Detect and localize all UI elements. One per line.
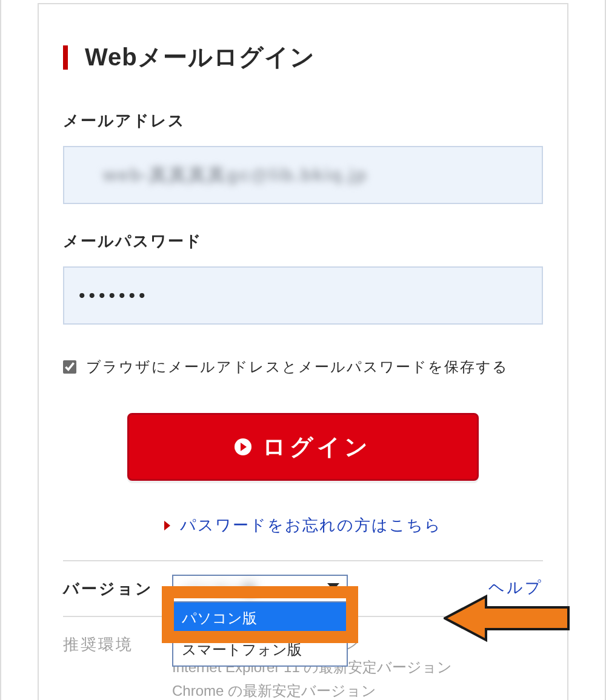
forgot-password-link[interactable]: パスワードをお忘れの方はこちら <box>180 516 442 534</box>
save-credentials-checkbox[interactable] <box>63 360 76 374</box>
version-dropdown: パソコン版 スマートフォン版 <box>172 603 348 667</box>
version-select-value: パソコン版 <box>182 579 257 599</box>
save-credentials-label: ブラウザにメールアドレスとメールパスワードを保存する <box>86 357 508 377</box>
password-field[interactable] <box>63 266 543 325</box>
chevron-down-icon <box>327 583 339 590</box>
email-label: メールアドレス <box>63 110 543 131</box>
login-button-label: ログイン <box>262 432 371 463</box>
triangle-right-icon <box>164 521 170 530</box>
version-option-pc[interactable]: パソコン版 <box>173 603 347 634</box>
heading-accent-bar <box>63 45 68 70</box>
version-row: バージョン パソコン版 パソコン版 スマートフォン版 ヘルプ <box>63 561 543 616</box>
env-label: 推奨環境 <box>63 630 172 655</box>
play-circle-icon <box>235 438 251 455</box>
version-select[interactable]: パソコン版 <box>172 575 348 603</box>
version-option-smartphone[interactable]: スマートフォン版 <box>173 634 347 665</box>
help-link[interactable]: ヘルプ <box>488 577 543 598</box>
page-title: Webメールログイン <box>85 41 315 74</box>
password-label: メールパスワード <box>63 231 543 252</box>
env-item: Chrome の最新安定バージョン <box>172 679 452 700</box>
email-field[interactable] <box>63 146 543 204</box>
page-heading: Webメールログイン <box>63 41 543 74</box>
version-label: バージョン <box>63 575 172 599</box>
login-button[interactable]: ログイン <box>127 413 479 481</box>
login-panel: Webメールログイン メールアドレス web-真真真真gc@lib.bkiq.j… <box>38 3 568 700</box>
